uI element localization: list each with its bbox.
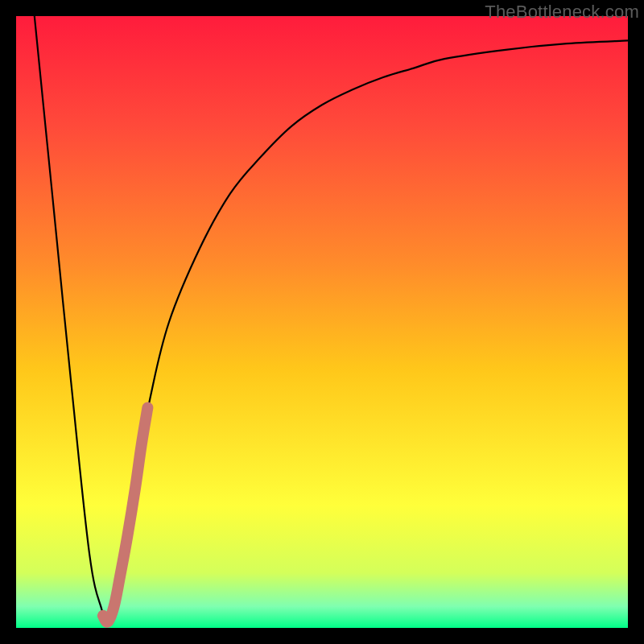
plot-area — [16, 16, 628, 628]
chart-frame: TheBottleneck.com — [0, 0, 644, 644]
highlight-segment — [103, 407, 147, 621]
curve-layer — [16, 16, 628, 628]
watermark-text: TheBottleneck.com — [485, 2, 639, 23]
